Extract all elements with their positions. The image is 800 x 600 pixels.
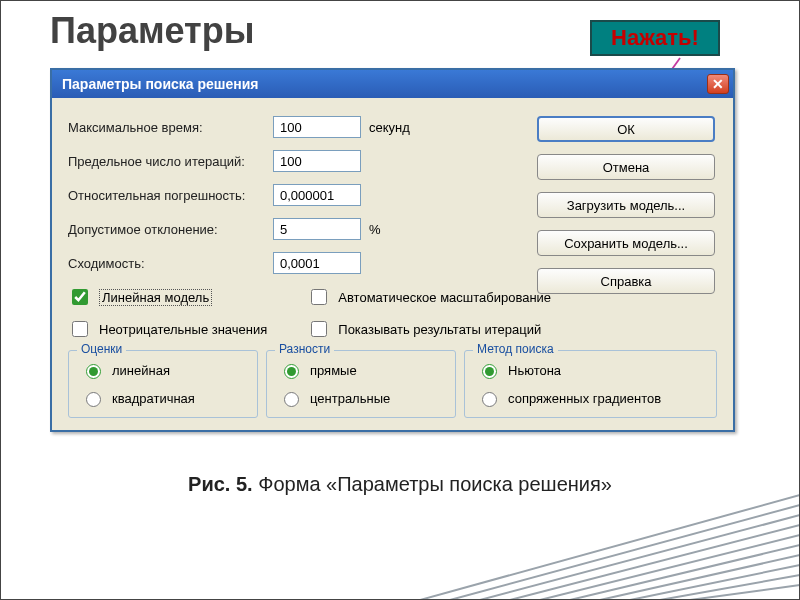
group-estimates: Оценки линейная квадратичная (68, 350, 258, 418)
group-derivatives: Разности прямые центральные (266, 350, 456, 418)
check-linear-label: Линейная модель (99, 289, 212, 306)
radio-deriv-forward[interactable]: прямые (279, 361, 443, 379)
cancel-button[interactable]: Отмена (537, 154, 715, 180)
check-autoscale-label: Автоматическое масштабирование (338, 290, 551, 305)
radio-est-quad-input[interactable] (86, 392, 101, 407)
label-tolerance: Допустимое отклонение: (68, 222, 273, 237)
save-model-button[interactable]: Сохранить модель... (537, 230, 715, 256)
solver-options-dialog: Параметры поиска решения ✕ Максимальное … (50, 68, 735, 432)
slide-title: Параметры (50, 10, 254, 52)
radio-deriv-central[interactable]: центральные (279, 389, 443, 407)
radio-estimates-linear[interactable]: линейная (81, 361, 245, 379)
radio-newton-label: Ньютона (508, 363, 561, 378)
radio-conj-input[interactable] (482, 392, 497, 407)
checkbox-nonneg[interactable] (72, 321, 88, 337)
svg-line-2 (450, 505, 800, 600)
decorative-lines (420, 460, 800, 600)
input-tolerance[interactable] (273, 218, 361, 240)
input-precision[interactable] (273, 184, 361, 206)
dialog-title: Параметры поиска решения (62, 76, 259, 92)
radio-conj-label: сопряженных градиентов (508, 391, 661, 406)
check-autoscale[interactable]: Автоматическое масштабирование (307, 286, 551, 308)
legend-estimates: Оценки (77, 342, 126, 356)
press-badge: Нажать! (590, 20, 720, 56)
radio-der-cen-input[interactable] (284, 392, 299, 407)
radio-groups: Оценки линейная квадратичная Разности пр… (68, 350, 717, 418)
radio-der-fwd-input[interactable] (284, 364, 299, 379)
checkbox-autoscale[interactable] (311, 289, 327, 305)
radio-der-cen-label: центральные (310, 391, 390, 406)
caption-label: Рис. 5. (188, 473, 253, 495)
check-nonneg[interactable]: Неотрицательные значения (68, 318, 267, 340)
check-show-iter-label: Показывать результаты итераций (338, 322, 541, 337)
label-iterations: Предельное число итераций: (68, 154, 273, 169)
radio-est-linear-label: линейная (112, 363, 170, 378)
check-linear-model[interactable]: Линейная модель (68, 286, 267, 308)
radio-search-conjugate[interactable]: сопряженных градиентов (477, 389, 704, 407)
radio-newton-input[interactable] (482, 364, 497, 379)
radio-est-quad-label: квадратичная (112, 391, 195, 406)
radio-der-fwd-label: прямые (310, 363, 357, 378)
label-precision: Относительная погрешность: (68, 188, 273, 203)
checkbox-linear[interactable] (72, 289, 88, 305)
ok-button[interactable]: ОК (537, 116, 715, 142)
legend-derivatives: Разности (275, 342, 334, 356)
unit-max-time: секунд (369, 120, 429, 135)
radio-estimates-quadratic[interactable]: квадратичная (81, 389, 245, 407)
input-convergence[interactable] (273, 252, 361, 274)
button-column: ОК Отмена Загрузить модель... Сохранить … (537, 116, 715, 294)
legend-search: Метод поиска (473, 342, 558, 356)
label-max-time: Максимальное время: (68, 120, 273, 135)
group-search: Метод поиска Ньютона сопряженных градиен… (464, 350, 717, 418)
input-max-time[interactable] (273, 116, 361, 138)
load-model-button[interactable]: Загрузить модель... (537, 192, 715, 218)
close-button[interactable]: ✕ (707, 74, 729, 94)
label-convergence: Сходимость: (68, 256, 273, 271)
unit-tolerance: % (369, 222, 429, 237)
press-label: Нажать! (611, 25, 699, 51)
checkbox-show-iter[interactable] (311, 321, 327, 337)
check-show-iter[interactable]: Показывать результаты итераций (307, 318, 551, 340)
help-button[interactable]: Справка (537, 268, 715, 294)
radio-est-linear-input[interactable] (86, 364, 101, 379)
input-iterations[interactable] (273, 150, 361, 172)
close-icon: ✕ (712, 76, 724, 92)
check-nonneg-label: Неотрицательные значения (99, 322, 267, 337)
checkbox-area: Линейная модель Неотрицательные значения… (68, 286, 717, 340)
titlebar[interactable]: Параметры поиска решения ✕ (52, 70, 733, 98)
radio-search-newton[interactable]: Ньютона (477, 361, 704, 379)
